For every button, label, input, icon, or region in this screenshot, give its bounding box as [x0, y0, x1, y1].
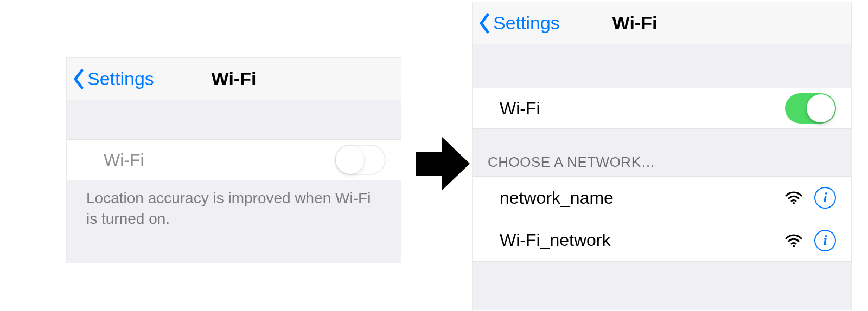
choose-network-header: CHOOSE A NETWORK…	[473, 129, 851, 176]
info-icon[interactable]: i	[814, 230, 836, 251]
back-button[interactable]: Settings	[67, 68, 154, 89]
spacer	[67, 100, 401, 139]
network-list: network_name i Wi-Fi_network i	[473, 176, 851, 262]
svg-point-1	[793, 202, 795, 204]
wifi-toggle-on[interactable]	[785, 93, 836, 124]
wifi-settings-on-panel: Settings Wi-Fi Wi-Fi CHOOSE A NETWORK… n…	[472, 2, 852, 310]
network-name: Wi-Fi_network	[500, 230, 785, 250]
back-label: Settings	[87, 68, 154, 89]
back-button[interactable]: Settings	[473, 12, 560, 34]
wifi-settings-off-panel: Settings Wi-Fi Wi-Fi Location accuracy i…	[66, 57, 401, 263]
navbar: Settings Wi-Fi	[473, 2, 851, 44]
chevron-left-icon	[478, 13, 491, 34]
network-row[interactable]: network_name i	[473, 177, 851, 219]
network-row[interactable]: Wi-Fi_network i	[500, 219, 851, 261]
info-icon[interactable]: i	[814, 187, 836, 209]
back-label: Settings	[493, 12, 560, 34]
spacer	[473, 44, 851, 88]
wifi-toggle-row[interactable]: Wi-Fi	[473, 88, 851, 129]
wifi-off-footer-text: Location accuracy is improved when Wi-Fi…	[67, 180, 401, 237]
arrow-icon	[416, 131, 470, 196]
network-name: network_name	[500, 188, 785, 208]
svg-marker-0	[416, 137, 470, 191]
wifi-toggle-label: Wi-Fi	[104, 150, 335, 170]
wifi-toggle-off[interactable]	[335, 145, 386, 175]
wifi-signal-icon	[785, 234, 802, 247]
wifi-toggle-label: Wi-Fi	[500, 99, 785, 119]
chevron-left-icon	[72, 69, 85, 89]
navbar: Settings Wi-Fi	[67, 58, 401, 100]
wifi-signal-icon	[785, 191, 802, 204]
svg-point-2	[793, 245, 795, 247]
wifi-toggle-row[interactable]: Wi-Fi	[67, 139, 401, 180]
